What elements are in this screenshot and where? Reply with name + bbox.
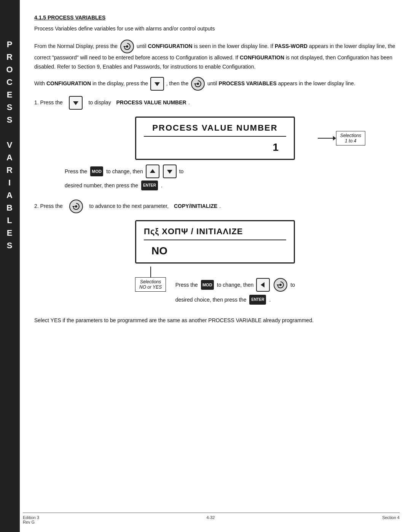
down-arrow-icon-3[interactable] bbox=[163, 165, 177, 178]
enter-button-1[interactable]: ENTER bbox=[141, 181, 158, 190]
rotate-icon-4[interactable] bbox=[274, 278, 287, 292]
section-heading: 4.1.5 PROCESS VARIABLES bbox=[34, 14, 396, 21]
sidebar-letter-i: I bbox=[8, 176, 11, 189]
copy-bottom-area: Selections NO or YES Press the MOD to ch… bbox=[135, 267, 295, 305]
controls-end: desired number, then press the bbox=[65, 182, 138, 189]
controls-pre: Press the bbox=[65, 168, 87, 174]
svg-marker-2 bbox=[155, 82, 160, 86]
sidebar-letter-r: R bbox=[6, 51, 13, 63]
footer-center: 4-32 bbox=[206, 515, 215, 524]
copy-sel-box: Selections NO or YES bbox=[135, 277, 166, 292]
pvn-box-title: PROCESS VALUE NUMBER bbox=[144, 123, 286, 137]
controls-dot: . bbox=[161, 182, 162, 189]
copy-display-box: Πςξ ΧΟΠΨ / ΙNΙΤΙΑΛΙΖΕ NO bbox=[135, 220, 295, 264]
pvn-box-area: PROCESS VALUE NUMBER 1 bbox=[135, 117, 295, 160]
para2-end: appears in the lower display line. bbox=[278, 80, 355, 86]
para2-bold1: CONFIGURATION bbox=[46, 80, 91, 86]
copy-box-title: Πςξ ΧΟΠΨ / ΙNΙΤΙΑΛΙΖΕ bbox=[144, 227, 286, 240]
sidebar-letter-v: V bbox=[7, 139, 13, 151]
footer-left: Edition 3 Rev G bbox=[23, 515, 39, 524]
sidebar-letter-c: C bbox=[6, 76, 13, 88]
svg-marker-0 bbox=[123, 46, 126, 48]
para2-end-bold: PROCESS VARIABLES bbox=[219, 80, 277, 86]
sidebar-letter-a1: A bbox=[6, 151, 13, 164]
step1-period: . bbox=[188, 98, 190, 107]
enter-button-2[interactable]: ENTER bbox=[249, 295, 266, 305]
up-arrow-icon[interactable] bbox=[146, 165, 159, 178]
sidebar-letter-b: B bbox=[6, 201, 13, 214]
svg-marker-3 bbox=[194, 83, 197, 85]
copy-wrapper: Πςξ ΧΟΠΨ / ΙNΙΤΙΑΛΙΖΕ NO bbox=[34, 220, 396, 264]
para1-mid: until bbox=[137, 43, 148, 49]
intro-text: Process Variables define variables for u… bbox=[34, 24, 396, 33]
pvn-wrapper: PROCESS VALUE NUMBER 1 Selections 1 to 4 bbox=[34, 117, 396, 160]
step2-post: to advance to the next parameter, bbox=[89, 202, 169, 211]
svg-marker-7 bbox=[167, 170, 172, 174]
sidebar-spacer bbox=[8, 126, 11, 139]
copy-box-value: NO bbox=[144, 243, 286, 259]
step1-post: to display bbox=[88, 98, 111, 107]
sel-range2: NO or YES bbox=[139, 284, 162, 290]
pvn-display-box: PROCESS VALUE NUMBER 1 bbox=[135, 117, 295, 160]
to-desired: to bbox=[290, 282, 295, 288]
para1-bold2: PASS-WORD bbox=[275, 43, 307, 49]
para2-mid: in the display, press the bbox=[92, 80, 150, 86]
svg-point-9 bbox=[75, 205, 77, 208]
pvn-sel-label: Selections bbox=[340, 133, 361, 138]
para2: With CONFIGURATION in the display, press… bbox=[34, 77, 396, 91]
svg-point-1 bbox=[126, 45, 128, 48]
mod-button-2[interactable]: MOD bbox=[201, 280, 214, 290]
svg-marker-10 bbox=[261, 282, 264, 288]
footer: Edition 3 Rev G 4-32 Section 4 bbox=[23, 513, 400, 524]
footer-edition: Edition 3 bbox=[23, 515, 39, 520]
para2-mid2: , then the bbox=[166, 80, 190, 86]
para1-mid2: is seen in the lower display line. If bbox=[194, 43, 275, 49]
sidebar-letter-s2: S bbox=[7, 113, 13, 126]
controls-mid2: to bbox=[179, 168, 184, 174]
down-arrow-icon-1[interactable] bbox=[150, 77, 164, 91]
change-then: to change, then bbox=[217, 282, 254, 288]
step2: 2. Press the to advance to the next para… bbox=[34, 200, 396, 213]
rotate-icon-2[interactable] bbox=[191, 77, 205, 91]
svg-marker-5 bbox=[73, 101, 78, 105]
copy-ctrl-period: . bbox=[269, 297, 271, 303]
footer-rev: Rev G bbox=[23, 520, 39, 524]
sidebar-letter-l: L bbox=[7, 214, 13, 227]
final-para: Select YES if the parameters to be progr… bbox=[34, 316, 396, 325]
copy-sel-area: Selections NO or YES bbox=[135, 267, 166, 292]
copy-ctrl-row1: Press the MOD to change, then to bbox=[175, 278, 295, 292]
rotate-icon-1[interactable] bbox=[120, 40, 134, 53]
arrow-right-1 bbox=[333, 136, 336, 141]
press-mod: Press the bbox=[175, 282, 198, 288]
para1-bold1: CONFIGURATION bbox=[148, 43, 193, 49]
pvn-sel-box: Selections 1 to 4 bbox=[336, 131, 365, 145]
rotate-icon-3[interactable] bbox=[69, 200, 83, 213]
sidebar-letter-e2: E bbox=[7, 227, 13, 239]
sidebar-letter-s1: S bbox=[7, 101, 13, 113]
pvn-box-value: 1 bbox=[144, 140, 286, 155]
step2-period: . bbox=[219, 202, 221, 211]
controls-mid: to change, then bbox=[106, 168, 143, 174]
down-arrow-icon-2[interactable] bbox=[69, 96, 83, 110]
mod-button-1[interactable]: MOD bbox=[90, 166, 103, 176]
step1-pre: 1. Press the bbox=[34, 98, 63, 107]
pvn-controls-row2: desired number, then press the ENTER . bbox=[65, 181, 396, 190]
sidebar-letter-a2: A bbox=[6, 189, 13, 201]
svg-marker-8 bbox=[72, 206, 75, 208]
svg-marker-6 bbox=[150, 169, 155, 173]
pvn-sel-range: 1 to 4 bbox=[340, 138, 361, 144]
para1-bold3: CONFIGURATION bbox=[240, 54, 284, 61]
copy-ctrl-row2: desired choice, then press the ENTER . bbox=[175, 295, 271, 305]
svg-point-4 bbox=[197, 83, 199, 85]
sidebar-letter-s3: S bbox=[7, 239, 13, 252]
step2-pre: 2. Press the bbox=[34, 202, 63, 211]
v-line-1 bbox=[150, 267, 151, 277]
step1-bold: PROCESS VALUE NUMBER bbox=[116, 98, 186, 107]
sidebar-letter-p: P bbox=[7, 38, 13, 51]
desired-choice: desired choice, then press the bbox=[175, 297, 247, 303]
left-arrow-icon[interactable] bbox=[256, 278, 270, 292]
h-line-1 bbox=[318, 138, 333, 139]
svg-point-12 bbox=[279, 284, 282, 286]
pvn-sel-area: Selections 1 to 4 bbox=[318, 131, 365, 145]
step1: 1. Press the to display PROCESS VALUE NU… bbox=[34, 96, 396, 110]
